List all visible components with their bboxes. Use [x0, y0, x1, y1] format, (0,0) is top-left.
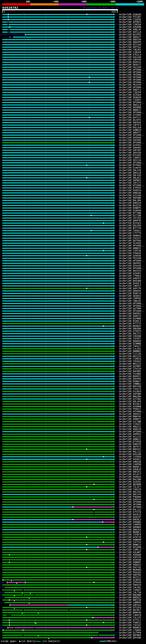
alignment-row[interactable]: UniRef100_A2Q9R8: [0, 405, 146, 408]
alignment-row[interactable]: UniRef100_A7PH35: [0, 187, 146, 189]
alignment-row[interactable]: UniRef100_UPI000..: [0, 81, 146, 84]
hit-label[interactable]: UniRef100_Q1WLW3: [119, 13, 141, 16]
alignment-row[interactable]: UniRef100_UPI000..: [0, 503, 146, 506]
alignment-row[interactable]: UniRef100_A1CIN8: [0, 420, 146, 423]
alignment-row[interactable]: UniRef100_B0Y4S0: [0, 385, 146, 388]
hit-label[interactable]: UniRef100_Q0CSY4: [119, 493, 141, 496]
hit-label[interactable]: UniRef100_B3L122: [119, 508, 141, 511]
alignment-row[interactable]: UniRef100_Q0UP30: [0, 219, 146, 222]
hit-label[interactable]: UniRef100_B6K8C2: [119, 466, 141, 468]
hit-label[interactable]: UniRef100_C4QP69: [119, 524, 141, 526]
hit-label[interactable]: UniRef100_Q58G69: [119, 96, 141, 99]
alignment-row[interactable]: UniRef100_B2ADC3: [0, 320, 146, 322]
alignment-row[interactable]: UniRef100_C3KHC5: [0, 156, 146, 159]
alignment-row[interactable]: UniRef100_C1E856: [0, 18, 146, 21]
hit-label[interactable]: UniRef100_P38011: [119, 622, 141, 624]
alignment-row[interactable]: UniRef100_C7YT79: [0, 232, 146, 234]
hit-label[interactable]: UniRef100_A9P926: [119, 121, 141, 124]
hit-label[interactable]: UniRef100_C8BLQ5: [119, 300, 141, 302]
hit-label[interactable]: UniRef100_C4LU92: [119, 586, 141, 589]
hit-label[interactable]: UniRef100_A9BKM7: [119, 561, 141, 564]
hit-label[interactable]: UniRef100_B0Y4S0: [119, 385, 141, 388]
alignment-row[interactable]: UniRef100_A7E2L4: [0, 54, 146, 56]
hit-label[interactable]: UniRef100_P69103: [119, 571, 141, 574]
alignment-row[interactable]: UniRef100_C5FEE7: [0, 338, 146, 340]
hit-label[interactable]: UniRef100_C1BZP4: [119, 91, 141, 94]
hit-label[interactable]: UniRef100_C8V4Q0: [119, 335, 141, 338]
hit-label[interactable]: UniRef100_UPI000..: [119, 546, 144, 548]
alignment-row[interactable]: UniRef100_C5YV24: [0, 368, 146, 370]
hit-label[interactable]: UniRef100_Q179P0: [119, 632, 141, 634]
hit-label[interactable]: UniRef100_A7ATJ9: [119, 536, 141, 538]
alignment-row[interactable]: UniRef100_C1H819: [0, 358, 146, 360]
hit-label[interactable]: UniRef100_B2VS63: [119, 222, 141, 224]
alignment-row[interactable]: UniRef100_B4E0C3: [0, 518, 146, 521]
hit-label[interactable]: UniRef100_A9LST1: [119, 332, 141, 335]
hit-label[interactable]: UniRef100_C5GGJ3: [119, 388, 141, 390]
hit-label[interactable]: UniRef100_Q7YST8: [119, 511, 141, 513]
alignment-row[interactable]: UniRef100_UPI000..: [0, 76, 146, 78]
alignment-row[interactable]: UniRef100_B0EAW0: [0, 594, 146, 596]
hit-label[interactable]: UniRef100_Q9U4Y2: [119, 413, 141, 415]
alignment-row[interactable]: UniRef100_Q01369: [0, 224, 146, 227]
hit-label[interactable]: UniRef100_A8Q263: [119, 528, 141, 531]
alignment-row[interactable]: UniRef100_UPI000..: [0, 184, 146, 187]
hit-label[interactable]: UniRef100_C7EWL6: [119, 274, 141, 277]
hit-label[interactable]: UniRef100_B8NT05: [119, 415, 141, 418]
hit-label[interactable]: UniRef100_Q9ESU2: [119, 604, 141, 606]
hit-label[interactable]: UniRef100_UPI000..: [119, 244, 144, 247]
hit-label[interactable]: UniRef100_C0Z2G7: [119, 237, 141, 240]
hit-label[interactable]: UniRef100_Q6L4F8: [119, 400, 141, 403]
hit-label[interactable]: UniRef100_C3XQF5: [119, 99, 141, 101]
alignment-row[interactable]: UniRef100_B8MBK5: [0, 350, 146, 352]
alignment-row[interactable]: UniRef100_A8Q1C2: [0, 425, 146, 428]
hit-label[interactable]: UniRef100_UPI000..: [119, 111, 144, 114]
alignment-row[interactable]: UniRef100_UPI000..: [0, 260, 146, 262]
hit-label[interactable]: UniRef100_UPI000..: [119, 74, 144, 76]
alignment-row[interactable]: UniRef100_UPI000..: [0, 162, 146, 164]
hit-label[interactable]: UniRef100_UPI000..: [119, 267, 144, 270]
alignment-row[interactable]: UniRef100_C1BLK6: [0, 51, 146, 54]
hit-label[interactable]: UniRef100_B4IZB0: [119, 478, 141, 481]
alignment-row[interactable]: UniRef100_Q95PD5: [0, 378, 146, 380]
hit-label[interactable]: UniRef100_B4KG59: [119, 202, 141, 204]
hit-label[interactable]: UniRef100_P93340: [119, 257, 141, 260]
hit-label[interactable]: UniRef100_B7SP58: [119, 440, 141, 443]
alignment-row[interactable]: UniRef100_Q4PM32: [0, 433, 146, 436]
hit-label[interactable]: UniRef100_UPI000..: [119, 410, 144, 413]
alignment-row[interactable]: UniRef100_C5DGD7: [0, 589, 146, 591]
alignment-row[interactable]: UniRef100_Q08G56: [0, 290, 146, 292]
hit-label[interactable]: UniRef100_Q7Q0T5: [119, 330, 141, 332]
alignment-row[interactable]: UniRef100_Q8AVP6: [0, 41, 146, 44]
alignment-row[interactable]: UniRef100_Q40403: [0, 146, 146, 149]
hit-label[interactable]: UniRef100_B2BF24: [119, 292, 141, 295]
alignment-row[interactable]: UniRef100_C8V4Q0: [0, 335, 146, 338]
alignment-row[interactable]: UniRef100_Q8J225: [0, 355, 146, 358]
alignment-row[interactable]: UniRef100_B6K8C2: [0, 466, 146, 468]
alignment-row[interactable]: UniRef100_C8YZ71: [0, 182, 146, 184]
hit-label[interactable]: UniRef100_B9SU88: [119, 280, 141, 282]
hit-label[interactable]: UniRef100_Q4UA19: [119, 468, 141, 470]
hit-label[interactable]: UniRef100_C5MFL3: [119, 548, 141, 551]
hit-label[interactable]: UniRef100_B0WV40: [119, 611, 141, 614]
alignment-row[interactable]: UniRef100_Q60FS2: [0, 315, 146, 317]
alignment-row[interactable]: UniRef100_UPI000..: [0, 101, 146, 104]
hit-label[interactable]: UniRef100_Q6BKH8: [119, 538, 141, 541]
alignment-row[interactable]: UniRef100_A8N6I5: [0, 247, 146, 250]
alignment-row[interactable]: UniRef100_B3N6P5: [0, 207, 146, 209]
hit-label[interactable]: UniRef100_UPI000..: [119, 68, 144, 71]
hit-label[interactable]: UniRef100_C4YTI4: [119, 541, 141, 544]
hit-label[interactable]: UniRef100_Q8AVP6: [119, 41, 141, 44]
alignment-row[interactable]: UniRef100_Q21215: [0, 436, 146, 438]
hit-label[interactable]: UniRef100_UPI000..: [119, 78, 144, 81]
hit-label[interactable]: UniRef100_B4KUT6: [119, 443, 141, 446]
hit-label[interactable]: UniRef100_C5YV24: [119, 368, 141, 370]
hit-label[interactable]: UniRef100_Q39336: [119, 264, 141, 267]
alignment-row[interactable]: UniRef100_B8AWF2: [0, 531, 146, 534]
alignment-row[interactable]: UniRef100_Q4F6W9: [0, 393, 146, 395]
hit-label[interactable]: UniRef100_B0ENZ3: [119, 596, 141, 599]
alignment-row[interactable]: UniRef100_C5E1D7: [0, 624, 146, 626]
alignment-row[interactable]: UniRef100_Q2I164: [0, 44, 146, 46]
hit-label[interactable]: UniRef100_Q40403: [119, 146, 141, 149]
alignment-row[interactable]: UniRef100_UPI000..: [0, 501, 146, 503]
